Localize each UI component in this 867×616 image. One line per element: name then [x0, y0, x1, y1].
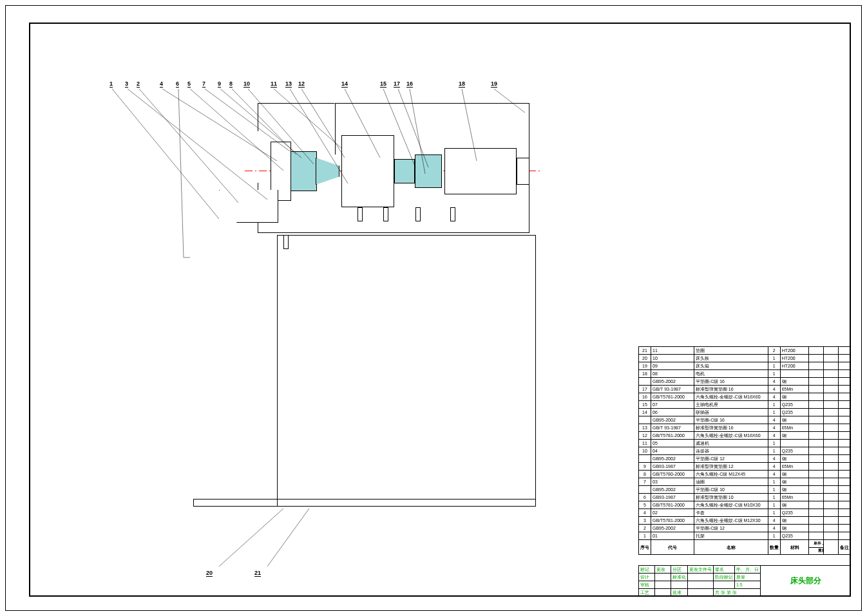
- callout-9: 9: [218, 80, 221, 88]
- callout-19: 19: [491, 80, 497, 88]
- bolt: [283, 235, 289, 249]
- sheet-info: 共 张 第 张: [714, 589, 761, 597]
- gearbox: [341, 135, 394, 207]
- callout-3: 3: [125, 80, 128, 88]
- callout-1: 1: [110, 80, 113, 88]
- bom-row: 6GB93-1987标准型弹簧垫圈 10165Mn: [639, 494, 851, 501]
- bom-row: 703油圈1钢: [639, 478, 851, 486]
- bolt: [415, 207, 421, 221]
- assembly-drawing: [97, 87, 548, 570]
- lbl: 批准: [671, 589, 688, 597]
- coupling-1: [394, 159, 415, 183]
- lbl: 签名: [714, 566, 735, 574]
- bom-row: 17GB/T 93-1987标准型弹簧垫圈 16465Mn: [639, 386, 851, 393]
- lbl: 阶段标记: [714, 574, 735, 581]
- bom-row: 8GB/T5780-2000六角头螺栓-C级 M12X454钢: [639, 471, 851, 478]
- bom-row: 402卡盘1Q235: [639, 509, 851, 517]
- bolt: [450, 207, 455, 221]
- lbl: 1:5: [735, 581, 761, 589]
- callout-20: 20: [206, 570, 213, 577]
- drawing-title: 床头部分: [761, 566, 851, 597]
- bom-row: GB95-2002平垫圈-C级 164钢: [639, 416, 851, 424]
- canvas: 132465798101113121415171618192021 2111垫圈…: [0, 0, 867, 616]
- motor-end: [517, 158, 529, 185]
- bom-row: GB95-2002平垫圈-C级 101钢: [639, 486, 851, 494]
- bom-row: 3GB/T5781-2000六角头螺栓-全螺纹-C级 M12X304钢: [639, 517, 851, 525]
- title-block: 标记更改分区更改文件号签名年、月、日床头部分 设计标准化阶段标记质量 审核1:5…: [638, 565, 851, 597]
- bom-row: 1808电机1: [639, 370, 851, 378]
- lbl: 更改文件号: [688, 566, 714, 574]
- lbl: 标记: [639, 566, 655, 574]
- lbl: 审核: [639, 581, 655, 589]
- callout-7: 7: [202, 80, 205, 88]
- callout-15: 15: [380, 80, 386, 88]
- bom-row: 2010床头板1HT200: [639, 355, 851, 362]
- callout-10: 10: [243, 80, 250, 88]
- callout-11: 11: [271, 80, 277, 88]
- bom-row: 9GB93-1987标准型弹簧垫圈 12465Mn: [639, 463, 851, 471]
- bom-row: 1909床头箱1HT200: [639, 362, 851, 370]
- lbl: 标准化: [671, 574, 688, 581]
- bolt: [357, 207, 363, 221]
- callout-21: 21: [254, 570, 261, 577]
- bom-row: 2GB95-2002平垫圈-C级 124钢: [639, 525, 851, 532]
- lbl: 分区: [671, 566, 688, 574]
- bom-table: 2111垫圈2HT2002010床头板1HT2001909床头箱1HT20018…: [638, 346, 851, 555]
- callout-8: 8: [229, 80, 233, 88]
- bom-row: 1105减速机1: [639, 440, 851, 447]
- callout-17: 17: [394, 80, 400, 88]
- coupling-2: [415, 154, 442, 188]
- lbl: 更改: [655, 566, 671, 574]
- callout-5: 5: [187, 80, 191, 88]
- body-box: [277, 235, 536, 507]
- bom-header: 序号代号名称数量材料单件 总计重量备注: [639, 540, 851, 555]
- bolt: [383, 207, 388, 221]
- callout-16: 16: [406, 80, 413, 88]
- bom-row: 101托架1Q235: [639, 532, 851, 540]
- bom-row: 1507主轴电机座1Q235: [639, 401, 851, 409]
- callout-2: 2: [137, 80, 140, 88]
- callout-6: 6: [176, 80, 179, 88]
- callout-12: 12: [298, 80, 305, 88]
- callout-18: 18: [459, 80, 465, 88]
- lbl: 设计: [639, 574, 655, 581]
- bom-row: 12GB/T5781-2000六角头螺栓-全螺纹-C级 M16X604钢: [639, 432, 851, 440]
- bom-row: 1004连接器1Q235: [639, 447, 851, 455]
- bracket: [219, 190, 278, 223]
- bom-row: 13GB/T 93-1987标准型弹簧垫圈 16465Mn: [639, 424, 851, 432]
- bom-row: GB95-2002平垫圈-C级 124钢: [639, 455, 851, 463]
- lbl: 年、月、日: [735, 566, 761, 574]
- bom-row: 5GB/T5781-2000六角头螺栓-全螺纹-C级 M10X301钢: [639, 501, 851, 509]
- lbl: 工艺: [639, 589, 655, 597]
- spindle-flange: [290, 151, 317, 191]
- callout-13: 13: [285, 80, 292, 88]
- base-rail: [193, 499, 536, 507]
- bom-row: 2111垫圈2HT200: [639, 347, 851, 355]
- bom-row: 1406联轴器1Q235: [639, 409, 851, 416]
- bom-row: GB95-2002平垫圈-C级 164钢: [639, 378, 851, 386]
- lbl: 质量: [735, 574, 761, 581]
- bom-row: 16GB/T5781-2000六角头螺栓-全螺纹-C级 M16X604钢: [639, 393, 851, 401]
- motor: [444, 148, 517, 194]
- callout-14: 14: [341, 80, 348, 88]
- callout-4: 4: [160, 80, 163, 88]
